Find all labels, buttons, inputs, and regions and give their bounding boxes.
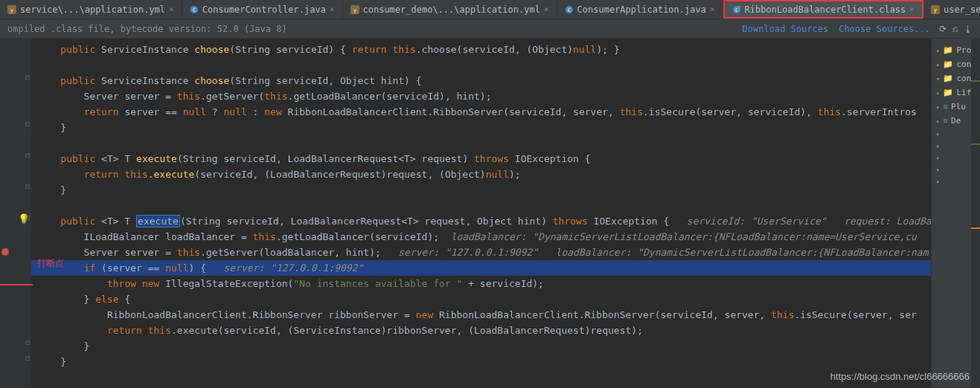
fold-end-icon[interactable]: ⊟ [25, 182, 30, 190]
code-line[interactable]: Server server = this.getServer(this.getL… [31, 88, 931, 104]
tab-label: service\...\application.yml [20, 4, 165, 15]
code-line[interactable]: public ServiceInstance choose(String ser… [31, 73, 931, 88]
tree-item-label: Plu [951, 102, 966, 111]
code-line[interactable]: } [31, 354, 931, 369]
code-line[interactable] [31, 135, 931, 151]
code-line[interactable]: RibbonLoadBalancerClient.RibbonServer ri… [31, 307, 931, 323]
code-line[interactable]: if (server == null) { server: "127.0.0.1… [31, 260, 931, 276]
chevron-icon: ▸ [936, 117, 940, 125]
tab-2[interactable]: yconsumer_demo\...\application.yml× [343, 0, 557, 19]
close-icon[interactable]: × [169, 4, 174, 14]
code-line[interactable]: throw new IllegalStateException("No inst… [31, 276, 931, 291]
fold-icon[interactable]: ⊟ [25, 213, 30, 222]
tab-5[interactable]: yuser_service\...\applicatio× [923, 0, 980, 19]
svg-text:y: y [353, 7, 356, 13]
editor-gutter: ⊟⊟⊟⊟💡⊟⊟⊟ [0, 39, 31, 388]
watermark-text: https://blog.csdn.net/cl66666666 [830, 371, 970, 382]
chevron-icon: ▸ [936, 89, 940, 97]
chevron-icon: ▸ [936, 166, 940, 173]
chevron-icon: ▾ [936, 75, 940, 83]
code-line[interactable]: } else { [31, 291, 931, 307]
tab-4[interactable]: CRibbonLoadBalancerClient.class× [723, 0, 923, 19]
tab-label: consumer_demo\...\application.yml [363, 4, 540, 15]
code-line[interactable] [31, 57, 931, 73]
close-icon[interactable]: × [710, 4, 715, 14]
code-line[interactable]: } [31, 338, 931, 354]
svg-text:y: y [934, 7, 937, 13]
chevron-icon: ▸ [936, 142, 940, 149]
notice-text: ompiled .class file, bytecode version: 5… [7, 24, 287, 34]
tab-1[interactable]: CConsumerController.java× [182, 0, 343, 19]
svg-text:C: C [567, 7, 570, 13]
code-line[interactable]: public <T> T execute(String serviceId, L… [31, 151, 931, 166]
graph-icon: ≡ [943, 102, 948, 111]
folder-icon: 📁 [943, 59, 953, 69]
close-icon[interactable]: × [330, 4, 335, 14]
code-line[interactable]: public <T> T execute(String serviceId, L… [31, 213, 931, 229]
svg-text:C: C [193, 7, 196, 13]
code-line[interactable]: return server == null ? null : new Ribbo… [31, 104, 931, 120]
breakpoint-icon[interactable] [1, 248, 9, 256]
chevron-icon: ▸ [936, 47, 940, 54]
fold-icon[interactable]: ⊟ [25, 73, 30, 81]
tab-label: ConsumerApplication.java [577, 4, 706, 15]
choose-sources-link[interactable]: Choose Sources... [839, 24, 930, 34]
code-line[interactable] [31, 198, 931, 213]
tab-label: user_service\...\applicatio [944, 4, 980, 15]
chevron-icon: ▸ [936, 61, 940, 68]
code-line[interactable]: return this.execute(serviceId, (LoadBala… [31, 166, 931, 182]
breakpoint-annotation-label: 打断点 [37, 257, 64, 270]
decompile-notice-bar: ompiled .class file, bytecode version: 5… [0, 19, 980, 39]
download-sources-link[interactable]: Download Sources [743, 24, 829, 34]
tab-0[interactable]: yservice\...\application.yml× [0, 0, 182, 19]
code-line[interactable]: return this.execute(serviceId, (ServiceI… [31, 323, 931, 338]
tree-item-label: De [951, 116, 961, 126]
chevron-icon: ▸ [936, 130, 940, 138]
fold-icon[interactable]: ⊟ [25, 151, 30, 159]
chevron-icon: ▸ [936, 178, 940, 185]
refresh-icon[interactable]: ⟳ [939, 24, 947, 34]
fold-end-icon[interactable]: ⊟ [25, 120, 30, 128]
editor-scrollbar[interactable] [971, 39, 980, 388]
folder-icon: 📁 [943, 74, 953, 83]
tab-label: RibbonLoadBalancerClient.class [745, 4, 906, 15]
code-line[interactable]: ILoadBalancer loadBalancer = this.getLoa… [31, 229, 931, 245]
folder-icon: 📁 [943, 88, 953, 97]
breakpoint-red-underline [0, 284, 33, 285]
tab-label: ConsumerController.java [202, 4, 326, 15]
editor-tabs: yservice\...\application.yml×CConsumerCo… [0, 0, 980, 19]
diff-icon[interactable]: ⎌ [952, 24, 958, 34]
close-icon[interactable]: × [544, 4, 549, 14]
code-line[interactable]: Server server = this.getServer(loadBalan… [31, 245, 931, 260]
tab-3[interactable]: CConsumerApplication.java× [557, 0, 723, 19]
code-line[interactable]: } [31, 120, 931, 135]
fold-end-icon[interactable]: ⊟ [25, 354, 30, 362]
svg-text:y: y [10, 7, 13, 13]
folder-icon: 📁 [943, 45, 953, 55]
code-line[interactable]: public ServiceInstance choose(String ser… [31, 42, 931, 57]
fold-end-icon[interactable]: ⊟ [25, 338, 30, 346]
close-icon[interactable]: × [909, 4, 915, 14]
code-editor[interactable]: public ServiceInstance choose(String ser… [31, 39, 931, 388]
chevron-icon: ▸ [936, 103, 940, 111]
code-line[interactable]: } [31, 182, 931, 198]
chevron-icon: ▸ [936, 154, 940, 161]
download-icon[interactable]: ⭳ [964, 24, 973, 34]
graph-icon: ≡ [943, 116, 948, 126]
svg-text:C: C [734, 7, 737, 13]
